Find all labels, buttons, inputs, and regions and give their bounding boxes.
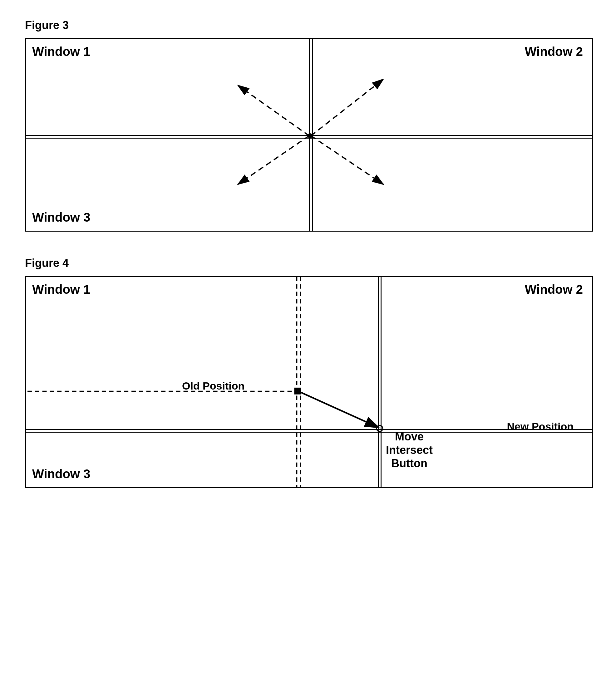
- fig4-svg: [26, 277, 592, 487]
- fig3-arrows-svg: [26, 39, 592, 231]
- figure4-container: Figure 4 Window 1 Window 2 Window 3 Old …: [25, 256, 591, 488]
- figure4-diagram: Window 1 Window 2 Window 3 Old Position …: [25, 276, 593, 488]
- fig3-arrow-sw: [238, 136, 309, 184]
- fig3-arrow-nw: [238, 86, 309, 136]
- fig4-old-intersect-dot: [294, 388, 301, 395]
- fig4-new-intersect-dot: [377, 426, 383, 432]
- figure3-container: Figure 3 Window 1 Window 2 Window 3: [25, 19, 591, 232]
- figure3-label: Figure 3: [25, 19, 591, 32]
- fig3-arrow-se: [311, 136, 383, 184]
- figure4-label: Figure 4: [25, 256, 591, 270]
- fig3-arrow-ne: [311, 79, 383, 136]
- figure3-diagram: Window 1 Window 2 Window 3: [25, 38, 593, 232]
- fig4-move-arrow: [298, 391, 379, 428]
- fig3-intersection-dot: [308, 133, 312, 138]
